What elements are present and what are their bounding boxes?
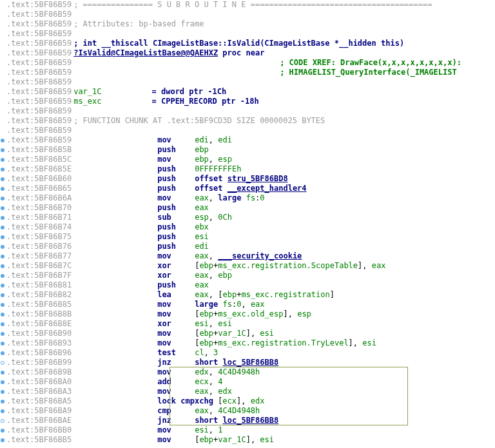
asm-line[interactable]: .text:5BF86B59; FUNCTION CHUNK AT .text:… bbox=[0, 116, 495, 126]
asm-line[interactable]: .text:5BF86B74pushebx bbox=[0, 222, 495, 232]
asm-line[interactable]: .text:5BF86B59; Attributes: bp-based fra… bbox=[0, 19, 495, 29]
asm-line[interactable]: .text:5BF86BAEjnzshort loc_5BF86BB8 bbox=[0, 416, 495, 425]
asm-line[interactable]: .text:5BF86B8Bmov[ebp+ms_exc.old_esp], e… bbox=[0, 309, 495, 319]
asm-line[interactable]: .text:5BF86B59; CODE XREF: DrawFace(x,x,… bbox=[0, 58, 495, 68]
asm-line[interactable]: .text:5BF86B76pushedi bbox=[0, 242, 495, 251]
mnemonic: push bbox=[157, 242, 195, 251]
address: .text:5BF86B59 bbox=[6, 68, 72, 77]
asm-line[interactable]: .text:5BF86BA0addecx, 4 bbox=[0, 377, 495, 387]
asm-line[interactable]: .text:5BF86B59 bbox=[0, 77, 495, 87]
asm-line[interactable]: .text:5BF86B59 bbox=[0, 126, 495, 135]
asm-line[interactable]: .text:5BF86B59 bbox=[0, 29, 495, 39]
asm-line[interactable]: .text:5BF86B93mov[ebp+ms_exc.registratio… bbox=[0, 338, 495, 348]
address: .text:5BF86B59 bbox=[6, 135, 72, 145]
asm-line[interactable]: .text:5BF86B5Bpushebp bbox=[0, 145, 495, 155]
asm-line[interactable]: .text:5BF86B6Amoveax, large fs:0 bbox=[0, 193, 495, 203]
mnemonic: push bbox=[157, 184, 195, 193]
address: .text:5BF86B59 bbox=[6, 48, 72, 58]
mnemonic: lea bbox=[157, 290, 195, 300]
address: .text:5BF86BA3 bbox=[6, 387, 72, 396]
asm-line[interactable]: .text:5BF86BA5lock cmpxchg [ecx], edx bbox=[0, 396, 495, 406]
asm-line[interactable]: .text:5BF86B75pushesi bbox=[0, 232, 495, 242]
asm-line[interactable]: .text:5BF86B70pusheax bbox=[0, 203, 495, 213]
asm-line[interactable]: .text:5BF86B59?IsValid@CImageListBase@@Q… bbox=[0, 48, 495, 58]
asm-line[interactable]: .text:5BF86B59; =============== S U B R … bbox=[0, 0, 495, 10]
asm-line[interactable]: .text:5BF86BA9cmpeax, 4C4D4948h bbox=[0, 406, 495, 416]
address: .text:5BF86B59 bbox=[6, 126, 72, 135]
address: .text:5BF86B7C bbox=[6, 261, 72, 271]
asm-line[interactable]: .text:5BF86B59; int __thiscall CImageLis… bbox=[0, 39, 495, 48]
asm-line[interactable]: .text:5BF86B85movlarge fs:0, eax bbox=[0, 300, 495, 309]
mnemonic: mov bbox=[157, 135, 195, 145]
mnemonic: push bbox=[157, 203, 195, 213]
asm-line[interactable]: .text:5BF86B96testcl, 3 bbox=[0, 348, 495, 358]
signature: ; int __thiscall CImageListBase::IsValid… bbox=[73, 39, 404, 48]
mnemonic: xor bbox=[157, 261, 195, 271]
address: .text:5BF86B59 bbox=[6, 116, 72, 126]
mnemonic: mov bbox=[157, 387, 195, 396]
address: .text:5BF86B59 bbox=[6, 29, 72, 39]
mnemonic: mov bbox=[157, 338, 195, 348]
address: .text:5BF86B65 bbox=[6, 184, 72, 193]
address: .text:5BF86B59 bbox=[6, 58, 72, 68]
mnemonic: mov bbox=[157, 155, 195, 164]
mnemonic: test bbox=[157, 348, 195, 358]
asm-line[interactable]: .text:5BF86BB0movesi, 1 bbox=[0, 425, 495, 435]
mnemonic: lock cmpxchg bbox=[157, 396, 218, 405]
address: .text:5BF86B5B bbox=[6, 145, 72, 155]
address: .text:5BF86B60 bbox=[6, 174, 72, 184]
asm-line[interactable]: .text:5BF86B77moveax, ___security_cookie bbox=[0, 251, 495, 261]
asm-line[interactable]: .text:5BF86BB5mov[ebp+var_1C], esi bbox=[0, 435, 495, 445]
address: .text:5BF86B75 bbox=[6, 232, 72, 242]
mnemonic: push bbox=[157, 222, 195, 232]
address: .text:5BF86B59 bbox=[6, 39, 72, 48]
address: .text:5BF86BB5 bbox=[6, 435, 72, 445]
var-name: ms_exc bbox=[73, 97, 101, 106]
mnemonic: mov bbox=[157, 329, 195, 338]
address: .text:5BF86B8E bbox=[6, 319, 72, 329]
asm-line[interactable]: .text:5BF86B59ms_exc= CPPEH_RECORD ptr -… bbox=[0, 97, 495, 106]
mnemonic: push bbox=[157, 174, 195, 184]
address: .text:5BF86B90 bbox=[6, 329, 72, 338]
var-name: var_1C bbox=[73, 87, 101, 96]
mnemonic: xor bbox=[157, 319, 195, 329]
asm-line[interactable]: .text:5BF86B59movedi, edi bbox=[0, 135, 495, 145]
address: .text:5BF86B81 bbox=[6, 280, 72, 290]
xref: ; HIMAGELIST_QueryInterface(_IMAGELIST bbox=[280, 68, 457, 77]
asm-line[interactable]: .text:5BF86B60pushoffset stru_5BF86BD8 bbox=[0, 174, 495, 184]
address: .text:5BF86BAE bbox=[6, 416, 72, 425]
address: .text:5BF86B8B bbox=[6, 309, 72, 319]
asm-line[interactable]: .text:5BF86B82leaeax, [ebp+ms_exc.regist… bbox=[0, 290, 495, 300]
address: .text:5BF86B70 bbox=[6, 203, 72, 213]
address: .text:5BF86BA9 bbox=[6, 406, 72, 416]
mnemonic: push bbox=[157, 232, 195, 242]
asm-line[interactable]: .text:5BF86B9Bmovedx, 4C4D4948h bbox=[0, 367, 495, 377]
address: .text:5BF86B9B bbox=[6, 367, 72, 377]
asm-line[interactable]: .text:5BF86B7Fxoreax, ebp bbox=[0, 271, 495, 280]
asm-line[interactable]: .text:5BF86B71subesp, 0Ch bbox=[0, 213, 495, 222]
asm-line[interactable]: .text:5BF86B59 bbox=[0, 106, 495, 116]
address: .text:5BF86B96 bbox=[6, 348, 72, 358]
address: .text:5BF86BA5 bbox=[6, 396, 72, 406]
asm-line[interactable]: .text:5BF86B59; HIMAGELIST_QueryInterfac… bbox=[0, 68, 495, 77]
mnemonic: xor bbox=[157, 271, 195, 280]
asm-line[interactable]: .text:5BF86B90mov[ebp+var_1C], esi bbox=[0, 329, 495, 338]
mnemonic: push bbox=[157, 164, 195, 174]
mnemonic: mov bbox=[157, 251, 195, 261]
address: .text:5BF86BA0 bbox=[6, 377, 72, 387]
address: .text:5BF86B7F bbox=[6, 271, 72, 280]
address: .text:5BF86B59 bbox=[6, 0, 72, 10]
address: .text:5BF86B59 bbox=[6, 106, 72, 116]
asm-line[interactable]: .text:5BF86B59var_1C= dword ptr -1Ch bbox=[0, 87, 495, 97]
asm-line[interactable]: .text:5BF86BA3moveax, edx bbox=[0, 387, 495, 396]
asm-line[interactable]: .text:5BF86B8Exoresi, esi bbox=[0, 319, 495, 329]
asm-line[interactable]: .text:5BF86B7Cxor[ebp+ms_exc.registratio… bbox=[0, 261, 495, 271]
asm-line[interactable]: .text:5BF86B81pusheax bbox=[0, 280, 495, 290]
address: .text:5BF86B59 bbox=[6, 97, 72, 106]
asm-line[interactable]: .text:5BF86B99jnzshort loc_5BF86BB8 bbox=[0, 358, 495, 367]
asm-line[interactable]: .text:5BF86B5Cmovebp, esp bbox=[0, 155, 495, 164]
asm-line[interactable]: .text:5BF86B5Epush0FFFFFFFEh bbox=[0, 164, 495, 174]
asm-line[interactable]: .text:5BF86B59 bbox=[0, 10, 495, 19]
asm-line[interactable]: .text:5BF86B65pushoffset __except_handle… bbox=[0, 184, 495, 193]
address: .text:5BF86B6A bbox=[6, 193, 72, 203]
